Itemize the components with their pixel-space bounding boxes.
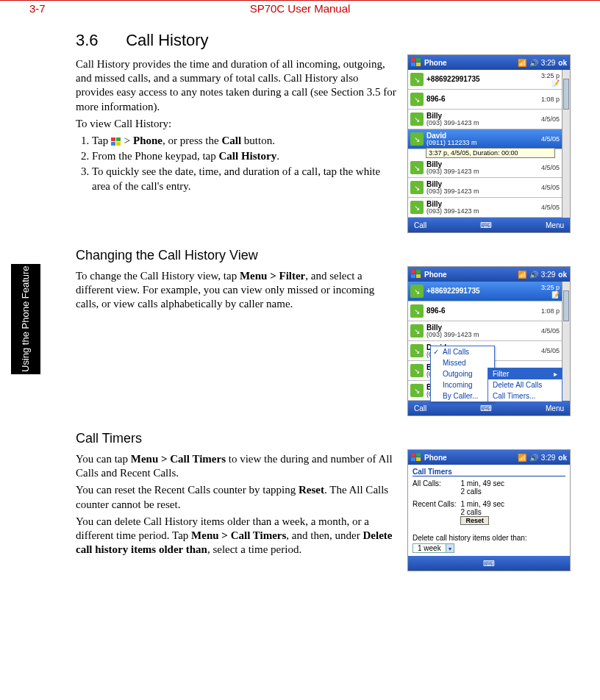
keyboard-icon[interactable] [480, 404, 492, 413]
intro-paragraph: Call History provides the time and durat… [76, 57, 397, 114]
screenshot-filter-menu: Phone 3:29 ok ↘+8869229917353:25 p↘896-6… [407, 266, 571, 416]
filter-option[interactable]: Outgoing [431, 368, 494, 379]
call-direction-icon: ↘ [410, 73, 424, 86]
side-tab: Using the Phone Feature [11, 264, 40, 374]
screenshot-call-history: Phone 3:29 ok ↘+8869229917353:25 p↘896-6… [407, 54, 571, 233]
call-history-row[interactable]: ↘+8869229917353:25 p [408, 70, 562, 90]
clock: 3:29 [541, 271, 555, 279]
delete-older-label: Delete call history items older than: [413, 534, 565, 542]
call-history-row[interactable]: ↘Billy(093) 399-1423 m4/5/05 [408, 321, 562, 341]
clock: 3:29 [541, 454, 555, 462]
call-history-row[interactable]: ↘896-61:08 p [408, 90, 562, 110]
section-number: 3.6 [76, 31, 121, 50]
ok-button[interactable]: ok [558, 271, 567, 279]
filter-option[interactable]: Missed [431, 357, 494, 368]
call-direction-icon: ↘ [410, 93, 424, 106]
call-direction-icon: ↘ [410, 181, 424, 194]
note-icon [541, 79, 560, 87]
all-calls-count: 2 calls [460, 488, 504, 496]
softkey-call[interactable]: Call [414, 404, 426, 413]
windows-flag-icon [111, 138, 121, 146]
start-icon[interactable] [411, 453, 421, 462]
call-history-row[interactable]: ↘David(0911) 112233 m4/5/05 [408, 129, 562, 149]
filter-option[interactable]: All Calls [431, 346, 494, 357]
call-detail-tooltip: 3:37 p, 4/5/05, Duration: 00:00 [426, 148, 555, 158]
volume-icon [529, 271, 538, 279]
clock: 3:29 [541, 59, 555, 67]
scrollbar[interactable] [562, 70, 570, 218]
recent-calls-duration: 1 min, 49 sec [460, 500, 504, 508]
signal-icon [518, 59, 526, 67]
all-calls-duration: 1 min, 49 sec [460, 479, 504, 488]
manual-title: SP70C User Manual [0, 2, 600, 15]
menu-item-filter[interactable]: Filter▸ [488, 368, 562, 379]
call-history-row[interactable]: ↘Billy(093) 399-1423 m4/5/05 [408, 158, 562, 178]
step-2: From the Phone keypad, tap Call History. [92, 149, 397, 163]
recent-calls-count: 2 calls [460, 508, 504, 516]
call-direction-icon: ↘ [410, 304, 424, 318]
ok-button[interactable]: ok [558, 454, 567, 462]
call-history-row[interactable]: ↘Billy(093) 399-1423 m4/5/05 [408, 110, 562, 129]
view-paragraph: To change the Call History view, tap Men… [76, 269, 397, 312]
signal-icon [518, 271, 526, 279]
step-3: To quickly see the date, time, and durat… [92, 165, 397, 193]
call-direction-icon: ↘ [410, 324, 424, 338]
timers-p2: You can reset the Recent Calls counter b… [76, 483, 397, 511]
call-direction-icon: ↘ [410, 364, 424, 377]
section-heading: 3.6 Call History [76, 31, 571, 50]
view-lead: To view Call History: [76, 117, 397, 131]
call-history-row[interactable]: ↘Billy(093) 399-1423 m4/5/05 [408, 178, 562, 198]
chevron-down-icon[interactable] [446, 544, 454, 552]
call-direction-icon: ↘ [410, 344, 424, 357]
volume-icon [529, 454, 538, 462]
softkey-menu[interactable]: Menu [546, 221, 564, 229]
call-direction-icon: ↘ [410, 132, 424, 146]
call-direction-icon: ↘ [410, 201, 424, 214]
call-direction-icon: ↘ [410, 285, 424, 298]
app-title: Phone [424, 454, 515, 462]
subheading-timers: Call Timers [76, 431, 571, 446]
app-title: Phone [424, 59, 515, 67]
filter-option[interactable]: By Caller... [431, 390, 494, 401]
softkey-call[interactable]: Call [414, 221, 426, 229]
timers-p3: You can delete Call History items older … [76, 515, 397, 557]
filter-submenu[interactable]: All CallsMissedOutgoingIncomingBy Caller… [430, 346, 495, 402]
keyboard-icon[interactable] [483, 559, 495, 568]
reset-button[interactable]: Reset [460, 516, 489, 525]
page-number: 3-7 [29, 2, 46, 15]
app-title: Phone [424, 271, 515, 279]
note-icon [541, 291, 560, 299]
subheading-view: Changing the Call History View [76, 248, 571, 263]
call-timers-header: Call Timers [413, 468, 565, 476]
signal-icon [518, 454, 526, 462]
menu-item-delete-all[interactable]: Delete All Calls [488, 379, 562, 390]
all-calls-label: All Calls: [413, 479, 460, 496]
step-1: Tap > Phone, or press the Call button. [92, 134, 397, 148]
call-history-row[interactable]: ↘896-61:08 p [408, 301, 562, 321]
screenshot-call-timers: Phone 3:29 ok Call Timers All Calls: 1 m… [407, 449, 571, 571]
start-icon[interactable] [411, 58, 421, 67]
menu-item-call-timers[interactable]: Call Timers... [488, 390, 562, 401]
main-menu-popup[interactable]: Filter▸ Delete All Calls Call Timers... [488, 368, 562, 402]
call-direction-icon: ↘ [410, 113, 424, 126]
recent-calls-label: Recent Calls: [413, 500, 460, 525]
ok-button[interactable]: ok [558, 59, 567, 67]
filter-option[interactable]: Incoming [431, 379, 494, 390]
call-history-row[interactable]: ↘Billy(093) 399-1423 m4/5/05 [408, 198, 562, 218]
section-title: Call History [126, 31, 208, 49]
softkey-menu[interactable]: Menu [546, 404, 564, 413]
call-direction-icon: ↘ [410, 161, 424, 174]
delete-older-value: 1 week [413, 544, 446, 552]
keyboard-icon[interactable] [480, 221, 492, 230]
delete-older-combo[interactable]: 1 week [413, 543, 454, 553]
scrollbar[interactable] [562, 282, 570, 401]
timers-p1: You can tap Menu > Call Timers to view t… [76, 452, 397, 480]
call-direction-icon: ↘ [410, 384, 424, 397]
start-icon[interactable] [411, 270, 421, 279]
call-history-row[interactable]: ↘+8869229917353:25 p [408, 282, 562, 301]
volume-icon [529, 59, 538, 67]
